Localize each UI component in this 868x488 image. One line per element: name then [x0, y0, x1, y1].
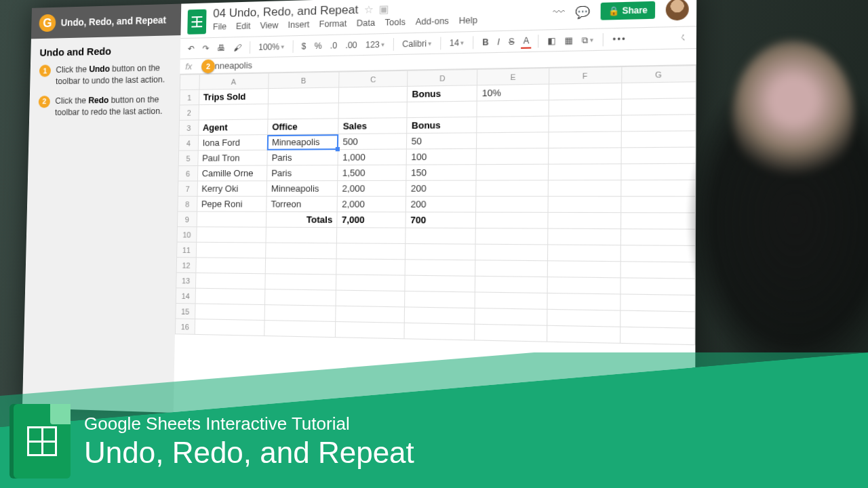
menu-view[interactable]: View — [260, 20, 278, 30]
borders-button[interactable]: ▦ — [562, 33, 575, 47]
menu-data[interactable]: Data — [357, 18, 376, 28]
cell[interactable]: Minneapolis — [267, 134, 338, 150]
row-header[interactable]: 10 — [177, 227, 197, 243]
cell[interactable]: Sales — [338, 118, 407, 134]
cell[interactable]: Totals — [266, 211, 337, 227]
menu-add-ons[interactable]: Add-ons — [416, 16, 449, 27]
more-formats-button[interactable]: 123 — [363, 38, 387, 52]
cell[interactable]: 1,500 — [338, 165, 407, 180]
cell[interactable] — [548, 148, 621, 164]
cell[interactable] — [336, 274, 406, 291]
comments-icon[interactable]: 💬 — [575, 5, 590, 19]
row-header[interactable]: 7 — [178, 181, 197, 197]
menu-insert[interactable]: Insert — [288, 20, 310, 30]
cell[interactable] — [406, 228, 476, 244]
cell[interactable] — [336, 321, 405, 338]
star-icon[interactable]: ☆ — [363, 3, 373, 16]
italic-button[interactable]: I — [495, 35, 502, 48]
cell[interactable] — [547, 228, 620, 245]
cell[interactable]: 100 — [406, 148, 477, 165]
cell[interactable]: Kerry Oki — [197, 181, 267, 197]
cell[interactable] — [405, 260, 475, 277]
cell[interactable] — [476, 228, 548, 245]
cell[interactable]: Bonus — [408, 85, 477, 102]
cell[interactable] — [477, 100, 548, 117]
undo-button[interactable]: ↶ — [186, 42, 197, 55]
cell[interactable] — [476, 212, 548, 228]
cell[interactable] — [405, 307, 475, 324]
cell[interactable] — [336, 290, 405, 307]
cell[interactable] — [475, 324, 547, 342]
row-header[interactable]: 2 — [180, 105, 199, 121]
cell[interactable]: 700 — [406, 212, 476, 228]
cell[interactable] — [548, 180, 621, 197]
paint-format-button[interactable]: 🖌 — [231, 41, 243, 54]
merge-button[interactable]: ⧉ — [580, 33, 596, 47]
redo-button[interactable]: ↷ — [200, 42, 211, 55]
cell[interactable] — [338, 102, 407, 118]
cell[interactable]: Agent — [198, 119, 268, 136]
activity-icon[interactable]: 〰 — [553, 6, 565, 20]
row-header[interactable]: 4 — [179, 136, 199, 151]
cell[interactable]: 200 — [406, 180, 477, 196]
cell[interactable]: Paul Tron — [197, 150, 267, 165]
cell[interactable] — [337, 228, 406, 244]
menu-format[interactable]: Format — [319, 19, 347, 30]
cell[interactable] — [548, 164, 621, 180]
cell[interactable]: 150 — [406, 165, 477, 181]
cell[interactable] — [195, 304, 264, 321]
row-header[interactable]: 12 — [176, 258, 196, 273]
cell[interactable] — [196, 227, 266, 243]
cell[interactable] — [406, 243, 476, 260]
cell[interactable] — [196, 258, 266, 274]
cell[interactable] — [477, 148, 549, 165]
cell[interactable] — [197, 211, 267, 227]
cell[interactable] — [196, 242, 266, 258]
sheets-logo-icon[interactable] — [187, 9, 206, 35]
cell[interactable] — [265, 274, 336, 290]
cell[interactable]: 200 — [406, 197, 477, 213]
cell[interactable]: 1,000 — [338, 149, 407, 165]
cell[interactable] — [199, 104, 269, 120]
bold-button[interactable]: B — [480, 35, 491, 48]
menu-edit[interactable]: Edit — [236, 21, 251, 31]
cell[interactable] — [547, 261, 620, 278]
fill-color-button[interactable]: ◧ — [545, 34, 558, 47]
cell[interactable] — [547, 245, 620, 262]
row-header[interactable]: 3 — [179, 120, 199, 136]
cell[interactable] — [195, 288, 265, 304]
cell[interactable] — [405, 291, 475, 308]
cell[interactable] — [477, 164, 549, 180]
decrease-decimal-button[interactable]: .0 — [328, 39, 340, 52]
column-header[interactable]: C — [339, 70, 408, 87]
cell[interactable] — [475, 292, 547, 309]
cell[interactable] — [336, 243, 406, 260]
cell[interactable] — [547, 325, 620, 343]
cell[interactable] — [549, 83, 622, 100]
row-header[interactable]: 8 — [178, 197, 197, 212]
cell[interactable]: 2,000 — [338, 180, 407, 196]
cell[interactable] — [264, 321, 336, 338]
row-header[interactable]: 1 — [180, 89, 199, 105]
folder-icon[interactable]: ▣ — [378, 3, 389, 16]
row-header[interactable]: 14 — [176, 288, 195, 304]
cell[interactable] — [475, 308, 547, 326]
cell[interactable]: Torreon — [267, 197, 338, 212]
column-header[interactable]: E — [477, 68, 549, 85]
cell[interactable]: Iona Ford — [198, 135, 268, 150]
cell[interactable]: 500 — [338, 134, 407, 150]
font-size-select[interactable]: 14 — [448, 36, 467, 49]
column-header[interactable]: B — [269, 72, 340, 89]
cell[interactable] — [265, 243, 336, 259]
cell[interactable] — [547, 277, 620, 294]
row-header[interactable]: 16 — [175, 319, 195, 334]
cell[interactable] — [476, 180, 548, 197]
menu-tools[interactable]: Tools — [385, 17, 406, 27]
cell[interactable]: Office — [268, 119, 339, 135]
cell[interactable] — [547, 212, 620, 228]
cell[interactable] — [475, 260, 547, 277]
row-header[interactable]: 6 — [178, 165, 198, 181]
cell[interactable] — [264, 305, 336, 322]
row-header[interactable]: 9 — [177, 211, 197, 227]
print-button[interactable]: 🖶 — [215, 41, 227, 54]
